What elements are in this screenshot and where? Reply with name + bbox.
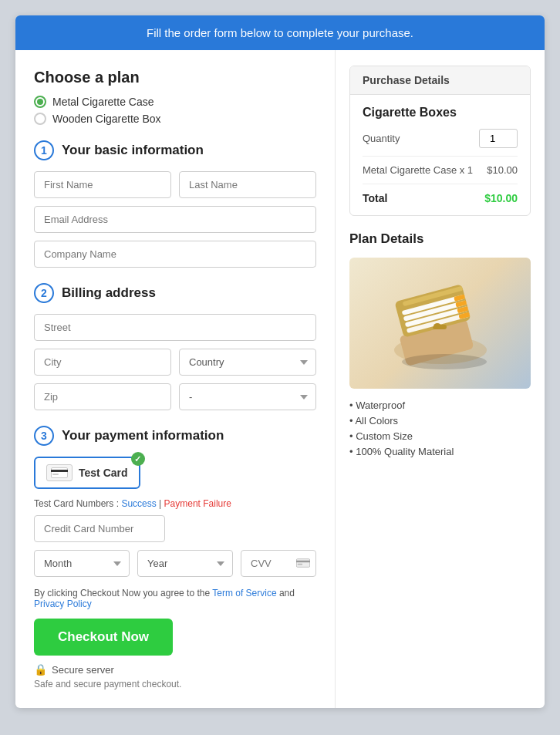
country-select[interactable]: Country United States United Kingdom Can… <box>179 349 316 376</box>
product-title: Cigarette Boxes <box>363 106 518 120</box>
total-label: Total <box>363 192 387 204</box>
total-price: $10.00 <box>484 192 518 204</box>
plan-wooden-label: Wooden Cigarette Box <box>52 113 161 125</box>
svg-rect-1 <box>51 470 68 472</box>
purchase-details-body: Cigarette Boxes Quantity Metal Cigarette… <box>350 95 530 215</box>
divider1 <box>363 156 518 157</box>
cc-number-input[interactable] <box>34 515 165 542</box>
svg-rect-0 <box>52 468 68 478</box>
checkout-button[interactable]: Checkout Now <box>34 619 173 656</box>
section2-number: 2 <box>34 283 54 303</box>
quantity-row: Quantity <box>363 129 518 148</box>
product-image <box>349 258 531 389</box>
cc-number-row <box>34 515 316 542</box>
feature-waterproof: Waterproof <box>349 400 531 411</box>
month-select[interactable]: Month 01020304 05060708 09101112 <box>34 550 130 577</box>
state-select[interactable]: - AL CA NY <box>179 383 316 410</box>
section1-title: Your basic information <box>62 143 204 158</box>
radio-wooden <box>34 113 46 125</box>
section3-number: 3 <box>34 426 54 446</box>
plan-option-wooden[interactable]: Wooden Cigarette Box <box>34 113 316 125</box>
top-banner: Fill the order form below to complete yo… <box>15 15 545 50</box>
credit-card-icon <box>46 464 73 481</box>
main-layout: Choose a plan Metal Cigarette Case Woode… <box>15 50 545 708</box>
quantity-input[interactable] <box>479 129 518 148</box>
item-price-row: Metal Cigarette Case x 1 $10.00 <box>363 164 518 176</box>
banner-text: Fill the order form below to complete yo… <box>147 26 413 39</box>
radio-metal <box>34 96 46 108</box>
test-card-label: Test Card <box>79 467 128 479</box>
secure-label: Secure server <box>52 664 114 676</box>
tos-before: By clicking Checkout Now you agree to th… <box>34 588 212 598</box>
lock-icon: 🔒 <box>34 663 47 676</box>
plan-metal-label: Metal Cigarette Case <box>52 96 154 108</box>
company-row <box>34 241 316 268</box>
feature-colors: All Colors <box>349 415 531 427</box>
section2-header: 2 Billing address <box>34 283 316 303</box>
city-country-row: Country United States United Kingdom Can… <box>34 349 316 376</box>
divider2 <box>363 184 518 184</box>
zip-input[interactable] <box>34 383 171 410</box>
svg-rect-3 <box>296 558 309 567</box>
purchase-details-header: Purchase Details <box>350 66 530 95</box>
test-card-text: Test Card Numbers : <box>34 498 119 509</box>
svg-rect-2 <box>52 474 59 475</box>
first-name-input[interactable] <box>34 171 171 198</box>
tos-text: By clicking Checkout Now you agree to th… <box>34 588 316 609</box>
section3-header: 3 Your payment information <box>34 426 316 446</box>
svg-point-19 <box>433 323 441 329</box>
svg-rect-5 <box>298 563 303 565</box>
test-card-info: Test Card Numbers : Success | Payment Fa… <box>34 498 316 509</box>
choose-plan-title: Choose a plan <box>34 69 316 86</box>
street-input[interactable] <box>34 314 316 341</box>
svg-point-20 <box>402 354 487 369</box>
test-card-option[interactable]: Test Card <box>34 457 140 489</box>
plan-option-metal[interactable]: Metal Cigarette Case <box>34 96 316 108</box>
name-row <box>34 171 316 198</box>
last-name-input[interactable] <box>179 171 316 198</box>
section3-title: Your payment information <box>62 428 224 443</box>
right-panel: Purchase Details Cigarette Boxes Quantit… <box>336 50 545 708</box>
plan-features-list: Waterproof All Colors Custom Size 100% Q… <box>349 400 531 457</box>
secure-server-row: 🔒 Secure server <box>34 663 316 676</box>
feature-size: Custom Size <box>349 430 531 442</box>
year-select[interactable]: Year 2024202520262027 202820292030 <box>137 550 233 577</box>
street-row <box>34 314 316 341</box>
feature-quality: 100% Quality Material <box>349 446 531 457</box>
svg-rect-4 <box>296 560 310 561</box>
section2-title: Billing address <box>62 285 156 301</box>
left-panel: Choose a plan Metal Cigarette Case Woode… <box>15 50 336 708</box>
failure-link[interactable]: Payment Failure <box>164 498 231 509</box>
email-input[interactable] <box>34 206 316 233</box>
plan-details-title: Plan Details <box>349 231 531 247</box>
purchase-details-box: Purchase Details Cigarette Boxes Quantit… <box>349 66 531 216</box>
safe-text: Safe and secure payment checkout. <box>34 679 316 689</box>
card-check-badge <box>131 452 145 466</box>
plan-details-section: Plan Details <box>349 231 531 457</box>
email-row <box>34 206 316 233</box>
privacy-link[interactable]: Privacy Policy <box>34 598 92 609</box>
item-price: $10.00 <box>487 164 518 176</box>
page-wrapper: Fill the order form below to complete yo… <box>15 15 545 708</box>
month-year-cvv-row: Month 01020304 05060708 09101112 Year 20… <box>34 550 316 577</box>
zip-state-row: - AL CA NY <box>34 383 316 410</box>
company-input[interactable] <box>34 241 316 268</box>
choose-plan-section: Choose a plan Metal Cigarette Case Woode… <box>34 69 316 125</box>
cvv-card-icon <box>296 557 310 571</box>
item-label: Metal Cigarette Case x 1 <box>363 164 473 176</box>
cvv-wrapper <box>241 550 316 577</box>
success-link[interactable]: Success <box>121 498 156 509</box>
tos-link[interactable]: Term of Service <box>212 588 276 598</box>
section1-number: 1 <box>34 140 54 160</box>
tos-middle: and <box>279 588 295 598</box>
city-input[interactable] <box>34 349 171 376</box>
total-row: Total $10.00 <box>363 192 518 204</box>
section1-header: 1 Your basic information <box>34 140 316 160</box>
quantity-label: Quantity <box>363 133 400 144</box>
